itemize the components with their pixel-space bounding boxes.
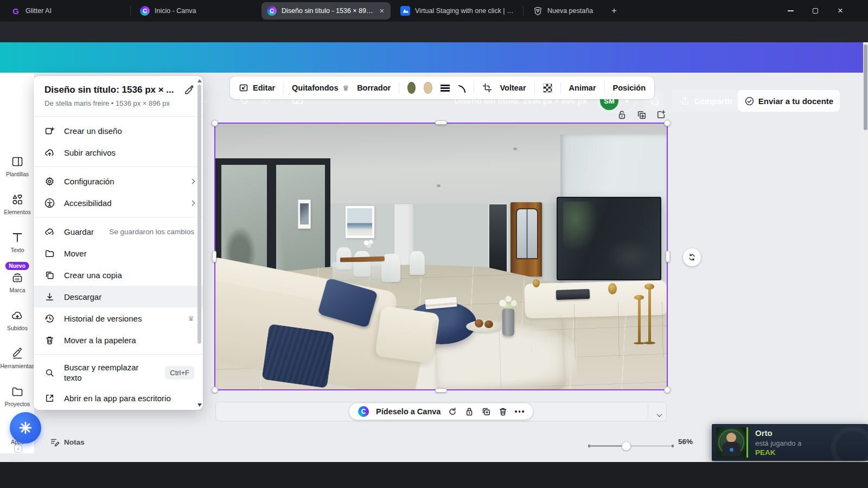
rotate-icon[interactable]	[683, 248, 701, 266]
toolbar-borrador[interactable]: Borrador	[357, 84, 391, 92]
toolbar-editar[interactable]: Editar	[239, 83, 275, 93]
sidebar-item-proyectos[interactable]: Proyectos	[0, 385, 35, 407]
tab-glitter-ai[interactable]: G Glitter AI	[5, 2, 126, 20]
scroll-down-icon[interactable]	[197, 403, 202, 407]
resize-handle-s[interactable]	[435, 388, 447, 393]
canva-header: Archivo ♛Redimensionar Editar Diseño sin…	[0, 42, 868, 73]
sidebar-item-marca[interactable]: co Marca	[0, 271, 35, 293]
resize-handle-e[interactable]	[666, 251, 670, 262]
steam-notification[interactable]: Orto está jugando a PEAK	[712, 424, 868, 461]
resize-handle-sw[interactable]	[212, 387, 218, 393]
menu-item-subir-archivos[interactable]: Subir archivos	[34, 142, 203, 163]
menu-item-buscar-reemplazar[interactable]: Buscar y reemplazar texto Ctrl+F	[34, 358, 203, 387]
maximize-button[interactable]	[803, 0, 828, 22]
zoom-slider-thumb[interactable]	[622, 441, 631, 451]
menu-doc-meta: De stella maris freire • 1536 px × 896 p…	[34, 95, 203, 113]
menu-item-accesibilidad[interactable]: Accesibilidad	[34, 192, 203, 214]
scrollbar-thumb[interactable]	[197, 85, 201, 344]
tab-nueva-pestana[interactable]: Nueva pestaña	[527, 2, 602, 20]
close-window-button[interactable]: ×	[828, 0, 853, 22]
transparency-button[interactable]	[543, 84, 552, 93]
close-tab-icon[interactable]: ×	[379, 7, 385, 15]
lock-icon[interactable]	[464, 407, 474, 416]
share-up-icon	[680, 96, 690, 106]
menu-item-crear-diseno[interactable]: Crear un diseño	[34, 120, 203, 142]
scroll-up-icon[interactable]	[197, 79, 202, 82]
menu-item-mover[interactable]: Mover	[34, 242, 203, 264]
menu-scrollbar[interactable]	[197, 79, 202, 407]
scene-candlestick	[638, 299, 641, 344]
resize-handle-nw[interactable]	[212, 120, 218, 126]
compartir-button[interactable]: Compartir	[672, 90, 742, 112]
tab-inicio-canva[interactable]: C Inicio - Canva	[135, 2, 255, 20]
tab-diseno-active[interactable]: C Diseño sin título - 1536 × 896 px ×	[261, 2, 391, 20]
duplicate-icon[interactable]	[636, 110, 647, 120]
sidebar-item-herramientas[interactable]: Herramientas	[0, 347, 35, 369]
duplicate-icon[interactable]	[481, 407, 491, 416]
notes-button[interactable]: Notas	[50, 437, 85, 447]
sidebar-item-subidos[interactable]: Subidos	[0, 309, 35, 331]
scene-vase	[502, 309, 514, 336]
sidebar-item-elementos[interactable]: Elementos	[0, 193, 35, 215]
glitter-g-icon: G	[11, 6, 21, 16]
steam-status: está jugando a	[755, 439, 801, 447]
regenerate-icon[interactable]	[448, 407, 457, 416]
crown-icon: ♛	[188, 314, 194, 323]
toolbar-quitafondos[interactable]: Quitafondos♛	[292, 84, 349, 92]
color-swatch-olive[interactable]	[407, 82, 416, 94]
canva-assistant-button[interactable]	[10, 412, 41, 444]
toolbar-voltear[interactable]: Voltear	[500, 84, 526, 92]
resize-handle-ne[interactable]	[664, 120, 671, 126]
templates-icon	[0, 155, 35, 168]
menu-item-papelera[interactable]: Mover a la papelera	[34, 329, 203, 351]
new-tab-button[interactable]: +	[608, 4, 621, 17]
scrollbar-thumb[interactable]	[864, 44, 867, 130]
divider	[34, 354, 203, 355]
scene-wood-door	[510, 202, 541, 277]
menu-item-configuracion[interactable]: Configuración	[34, 170, 203, 192]
page-scrollbar[interactable]	[863, 42, 868, 462]
browser-toolbar: ‹ › canva.com/design/DAHEVE9jevg/GZ-hy8S…	[0, 22, 868, 42]
enviar-docente-button[interactable]: Enviar a tu docente	[738, 90, 840, 112]
sidebar-item-plantillas[interactable]: Plantillas	[0, 155, 35, 177]
rename-icon[interactable]	[184, 85, 194, 95]
tab-label: Nueva pestaña	[547, 7, 597, 15]
sidebar-item-texto[interactable]: Texto	[0, 231, 35, 253]
resize-handle-w[interactable]	[212, 251, 216, 262]
menu-item-descargar[interactable]: Descargar	[34, 286, 203, 307]
tab-label: Virtual Staging with one click | 10 sec	[415, 7, 514, 15]
more-options-icon[interactable]	[515, 410, 524, 413]
collapse-strip-button[interactable]	[658, 409, 661, 419]
toolbar-posicion[interactable]: Posición	[613, 84, 646, 92]
tab-virtual-staging[interactable]: Virtual Staging with one click | 10 sec	[395, 2, 520, 20]
crop-button[interactable]	[482, 83, 492, 93]
line-weight-button[interactable]	[441, 85, 450, 92]
checkerboard-icon	[543, 84, 552, 93]
minimize-button[interactable]	[778, 0, 803, 22]
divider	[560, 82, 561, 94]
cloud-check-icon	[44, 227, 59, 237]
avatar	[716, 427, 746, 458]
notes-label: Notas	[64, 438, 85, 446]
zoom-level[interactable]: 56%	[678, 438, 693, 446]
browser-tab-bar: G Glitter AI C Inicio - Canva C Diseño s…	[0, 0, 868, 22]
selected-image[interactable]	[215, 124, 667, 389]
divider	[283, 82, 284, 94]
unlock-icon[interactable]	[617, 110, 627, 120]
ask-canva-bar[interactable]: C Pídeselo a Canva	[349, 403, 533, 420]
corner-rounding-button[interactable]	[458, 83, 465, 93]
add-ghost-icon: +	[14, 445, 22, 453]
add-page-icon[interactable]	[656, 110, 666, 120]
toolbar-animar[interactable]: Animar	[569, 84, 596, 92]
menu-item-guardar[interactable]: Guardar Se guardaron los cambios	[34, 221, 203, 242]
menu-item-crear-copia[interactable]: Crear una copia	[34, 264, 203, 286]
tab-label: Glitter AI	[25, 7, 120, 15]
zoom-slider[interactable]	[589, 441, 673, 450]
resize-handle-se[interactable]	[664, 387, 671, 393]
resize-handle-n[interactable]	[435, 120, 447, 125]
trash-icon[interactable]	[498, 407, 508, 416]
menu-item-historial[interactable]: Historial de versiones ♛	[34, 307, 203, 329]
text-icon	[0, 231, 35, 244]
menu-item-abrir-app[interactable]: Abrir en la app para escritorio	[34, 387, 203, 409]
color-swatch-beige[interactable]	[424, 82, 432, 94]
